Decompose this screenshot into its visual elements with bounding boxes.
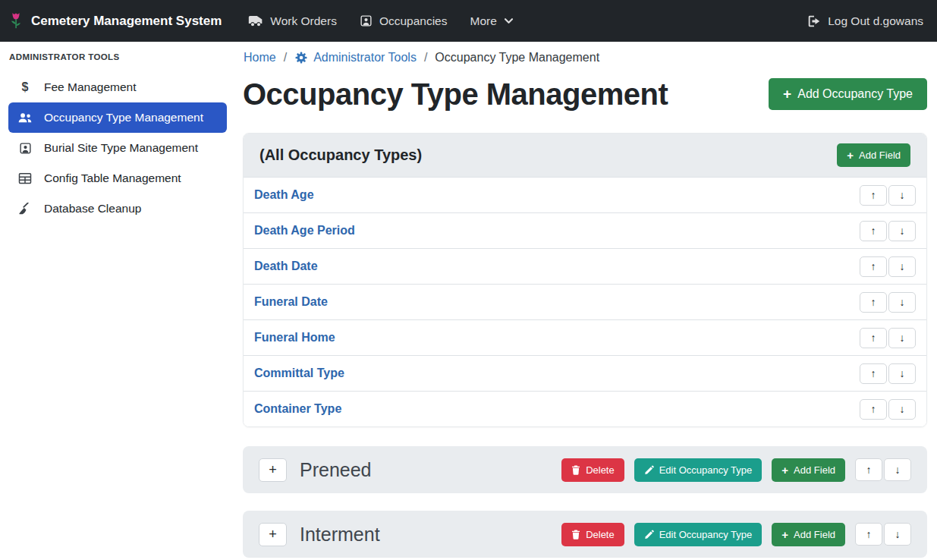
move-up-button[interactable]: ↑ — [860, 328, 887, 348]
brand-title: Cemetery Management System — [31, 14, 222, 29]
plus-icon: + — [781, 528, 788, 541]
page-layout: ADMINISTRATOR TOOLS $ Fee Management Occ… — [0, 42, 937, 560]
field-row: Death Date ↑ ↓ — [244, 248, 926, 284]
field-link[interactable]: Death Age Period — [254, 224, 355, 238]
field-link[interactable]: Committal Type — [254, 367, 344, 380]
add-field-button[interactable]: + Add Field — [772, 523, 845, 546]
breadcrumb-home[interactable]: Home — [244, 51, 276, 64]
all-occupancy-types-title: (All Occupancy Types) — [259, 146, 422, 164]
field-link[interactable]: Container Type — [254, 402, 341, 416]
move-up-button[interactable]: ↑ — [860, 256, 887, 277]
sidebar-item-label: Fee Management — [44, 80, 137, 94]
occupancy-type-section-interment: + Interment Delete — [243, 511, 927, 558]
chevron-down-icon — [504, 17, 514, 24]
field-row: Death Age ↑ ↓ — [244, 177, 926, 212]
move-down-button[interactable]: ↓ — [884, 523, 911, 546]
field-link[interactable]: Death Date — [254, 260, 318, 273]
edit-occupancy-type-button[interactable]: Edit Occupancy Type — [634, 523, 762, 546]
move-down-button[interactable]: ↓ — [888, 256, 916, 277]
add-field-button[interactable]: + Add Field — [837, 143, 910, 167]
move-down-button[interactable]: ↓ — [888, 185, 916, 206]
sidebar-item-fee-management[interactable]: $ Fee Management — [8, 72, 227, 102]
down-arrow-icon: ↓ — [895, 464, 901, 476]
move-down-button[interactable]: ↓ — [888, 328, 916, 348]
trash-icon — [571, 465, 580, 475]
delete-button[interactable]: Delete — [561, 523, 624, 546]
sidebar-item-label: Occupancy Type Management — [44, 111, 203, 124]
down-arrow-icon: ↓ — [895, 528, 901, 540]
field-link[interactable]: Funeral Home — [254, 331, 335, 344]
delete-label: Delete — [586, 464, 615, 476]
portrait-icon — [16, 142, 34, 155]
occupancy-type-section-preneed: + Preneed Delete — [243, 446, 927, 493]
plus-icon: + — [847, 149, 854, 162]
expand-button[interactable]: + — [259, 523, 287, 546]
section-actions: Delete Edit Occupancy Type + Add Field — [561, 458, 911, 482]
nav-more-label: More — [470, 14, 497, 28]
down-arrow-icon: ↓ — [900, 296, 905, 308]
move-up-button[interactable]: ↑ — [855, 458, 882, 481]
edit-occupancy-type-label: Edit Occupancy Type — [659, 464, 753, 476]
reorder-buttons: ↑ ↓ — [860, 399, 916, 420]
all-occupancy-types-card: (All Occupancy Types) + Add Field Death … — [243, 133, 927, 427]
up-arrow-icon: ↑ — [871, 260, 876, 272]
sidebar-item-config-table-management[interactable]: Config Table Management — [8, 163, 227, 193]
plus-icon: + — [783, 86, 791, 102]
up-arrow-icon: ↑ — [871, 189, 876, 201]
up-arrow-icon: ↑ — [866, 528, 872, 540]
field-row: Death Age Period ↑ ↓ — [244, 212, 926, 248]
reorder-buttons: ↑ ↓ — [860, 185, 916, 206]
expand-button[interactable]: + — [259, 458, 287, 482]
up-arrow-icon: ↑ — [871, 296, 876, 308]
down-arrow-icon: ↓ — [900, 332, 905, 344]
logout-link[interactable]: Log Out d.gowans — [807, 14, 923, 28]
add-field-button[interactable]: + Add Field — [772, 458, 845, 482]
nav-more[interactable]: More — [459, 0, 525, 42]
move-down-button[interactable]: ↓ — [888, 221, 916, 241]
move-up-button[interactable]: ↑ — [860, 292, 887, 313]
sidebar-item-database-cleanup[interactable]: Database Cleanup — [8, 193, 227, 224]
field-link[interactable]: Death Age — [254, 188, 314, 202]
delete-button[interactable]: Delete — [561, 458, 624, 482]
flower-logo-icon — [8, 11, 24, 31]
move-up-button[interactable]: ↑ — [855, 523, 882, 546]
nav-occupancies-label: Occupancies — [379, 14, 448, 28]
reorder-buttons: ↑ ↓ — [855, 523, 911, 546]
move-down-button[interactable]: ↓ — [888, 399, 916, 420]
all-occupancy-types-header: (All Occupancy Types) + Add Field — [244, 134, 926, 177]
down-arrow-icon: ↓ — [900, 367, 905, 379]
pencil-icon — [644, 465, 654, 475]
field-link[interactable]: Funeral Date — [254, 295, 328, 309]
nav-work-orders-label: Work Orders — [270, 14, 337, 28]
move-up-button[interactable]: ↑ — [860, 399, 887, 420]
move-down-button[interactable]: ↓ — [888, 363, 916, 384]
field-row: Container Type ↑ ↓ — [244, 391, 926, 426]
trash-icon — [571, 530, 580, 540]
title-row: Occupancy Type Management + Add Occupanc… — [243, 77, 927, 112]
page-title: Occupancy Type Management — [243, 77, 668, 112]
section-actions: Delete Edit Occupancy Type + Add Field — [561, 523, 911, 546]
move-down-button[interactable]: ↓ — [884, 458, 911, 481]
brand-link[interactable]: Cemetery Management System — [8, 11, 222, 31]
down-arrow-icon: ↓ — [900, 225, 905, 237]
edit-occupancy-type-button[interactable]: Edit Occupancy Type — [634, 458, 762, 482]
up-arrow-icon: ↑ — [866, 464, 872, 476]
table-icon — [16, 172, 34, 184]
add-occupancy-type-button[interactable]: + Add Occupancy Type — [769, 78, 927, 110]
add-field-label: Add Field — [794, 529, 835, 540]
nav-work-orders[interactable]: Work Orders — [237, 0, 348, 42]
breadcrumb-admin-tools[interactable]: Administrator Tools — [294, 51, 417, 64]
move-up-button[interactable]: ↑ — [860, 185, 887, 206]
up-arrow-icon: ↑ — [871, 225, 876, 237]
up-arrow-icon: ↑ — [871, 403, 876, 415]
down-arrow-icon: ↓ — [900, 189, 905, 201]
reorder-buttons: ↑ ↓ — [860, 221, 916, 241]
move-up-button[interactable]: ↑ — [860, 363, 887, 384]
sidebar-item-occupancy-type-management[interactable]: Occupancy Type Management — [8, 102, 227, 133]
move-down-button[interactable]: ↓ — [888, 292, 916, 313]
move-up-button[interactable]: ↑ — [860, 221, 887, 241]
delete-label: Delete — [586, 529, 615, 540]
sidebar-item-burial-site-type-management[interactable]: Burial Site Type Management — [8, 133, 227, 163]
nav-occupancies[interactable]: Occupancies — [348, 0, 459, 42]
main-nav: Work Orders Occupancies More — [237, 0, 525, 42]
